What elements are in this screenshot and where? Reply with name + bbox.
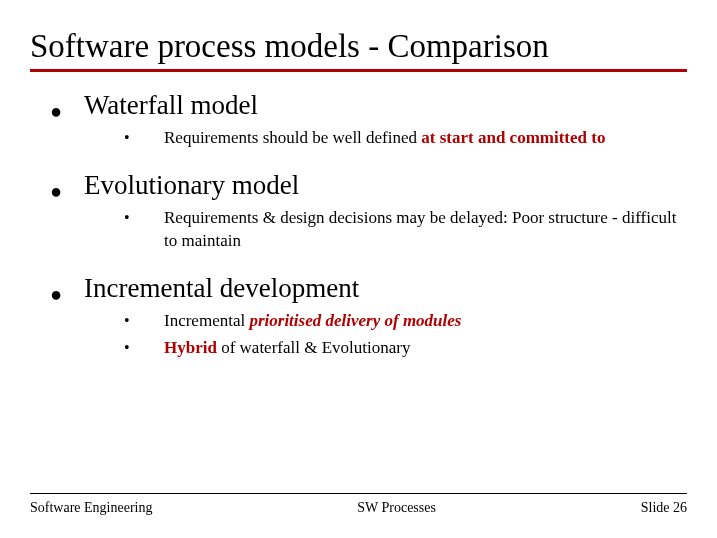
sub-list: •Requirements should be well defined at … xyxy=(124,127,687,150)
sub-item: •Requirements & design decisions may be … xyxy=(124,207,687,253)
sub-bullet-icon: • xyxy=(124,312,164,330)
list-item: ●Evolutionary model xyxy=(50,170,687,201)
sub-item: •Incremental prioritised delivery of mod… xyxy=(124,310,687,333)
bullet-icon: ● xyxy=(50,101,84,121)
footer-right: Slide 26 xyxy=(641,500,687,516)
list-item: ●Incremental development xyxy=(50,273,687,304)
sub-text: Hybrid of waterfall & Evolutionary xyxy=(164,337,410,360)
bullet-icon: ● xyxy=(50,284,84,304)
sub-bullet-icon: • xyxy=(124,129,164,147)
list-item: ●Waterfall model xyxy=(50,90,687,121)
footer-center: SW Processes xyxy=(357,500,436,516)
sub-bullet-icon: • xyxy=(124,339,164,357)
sub-item: •Requirements should be well defined at … xyxy=(124,127,687,150)
bullet-icon: ● xyxy=(50,181,84,201)
sub-item: •Hybrid of waterfall & Evolutionary xyxy=(124,337,687,360)
sub-text: Requirements should be well defined at s… xyxy=(164,127,605,150)
sub-list: •Incremental prioritised delivery of mod… xyxy=(124,310,687,360)
slide-title: Software process models - Comparison xyxy=(30,28,687,72)
sub-text: Requirements & design decisions may be d… xyxy=(164,207,687,253)
item-heading: Evolutionary model xyxy=(84,170,299,201)
slide-content: ●Waterfall model•Requirements should be … xyxy=(30,90,687,360)
footer-left: Software Engineering xyxy=(30,500,152,516)
slide-footer: Software Engineering SW Processes Slide … xyxy=(30,493,687,516)
sub-text: Incremental prioritised delivery of modu… xyxy=(164,310,461,333)
sub-list: •Requirements & design decisions may be … xyxy=(124,207,687,253)
sub-bullet-icon: • xyxy=(124,209,164,227)
item-heading: Incremental development xyxy=(84,273,359,304)
item-heading: Waterfall model xyxy=(84,90,258,121)
